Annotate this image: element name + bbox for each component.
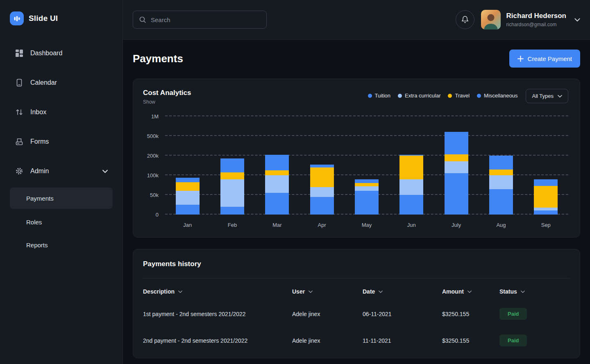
cell-amount: $3250.155 (442, 337, 499, 344)
bar-segment-extra-curricular (445, 161, 468, 173)
legend-item-tuition[interactable]: Tuition (368, 93, 391, 99)
column-header-amount[interactable]: Amount (442, 288, 499, 295)
column-label: Date (363, 288, 375, 295)
cell-user: Adele jinex (292, 311, 363, 317)
bar-group-apr[interactable] (300, 111, 344, 215)
main-column: Richard Hederson richardson@gmail.com Pa… (123, 0, 590, 364)
legend-item-extra-curricular[interactable]: Extra curricular (398, 93, 440, 99)
legend-dot-icon (477, 94, 481, 98)
legend-item-travel[interactable]: Travel (448, 93, 470, 99)
bar-segment-travel (445, 154, 468, 162)
table-header-row: Description User Date (143, 278, 570, 301)
bar-group-feb[interactable] (210, 111, 254, 215)
app-name: Slide UI (29, 14, 58, 23)
sidebar-item-payments[interactable]: Payments (10, 188, 113, 209)
cell-status: Paid (499, 308, 570, 320)
bar-segment-travel (399, 156, 423, 179)
cell-description: 2nd payment - 2nd semesters 2021/2022 (143, 337, 292, 344)
plus-icon (517, 56, 524, 62)
bar-group-may[interactable] (344, 111, 389, 215)
chevron-down-icon (558, 95, 562, 98)
user-profile[interactable]: Richard Hederson richardson@gmail.com (481, 10, 580, 29)
bar-segment-extra-curricular (489, 175, 513, 189)
table-row[interactable]: 1st payment - 2nd semesters 2021/2022 Ad… (143, 301, 570, 327)
legend-item-miscellaneous[interactable]: Miscellaneous (477, 93, 517, 99)
content: Payments Create Payment Cost Analytics S… (123, 40, 590, 364)
column-header-status[interactable]: Status (499, 288, 570, 295)
status-badge: Paid (499, 308, 527, 320)
bar-segment-tuition (220, 207, 244, 215)
column-label: Amount (442, 288, 464, 295)
legend-label: Miscellaneous (484, 93, 517, 99)
sidebar-item-forms[interactable]: Forms (10, 132, 113, 151)
app-logo[interactable]: Slide UI (10, 11, 113, 25)
column-header-user[interactable]: User (292, 288, 363, 295)
bar-segment-miscellaneous (355, 179, 379, 183)
sidebar-item-roles[interactable]: Roles (10, 212, 113, 232)
legend-dot-icon (368, 94, 372, 98)
sidebar-item-label: Dashboard (30, 50, 62, 57)
legend-dot-icon (398, 94, 402, 98)
bar-segment-travel (176, 182, 200, 191)
legend-label: Travel (455, 93, 470, 99)
search-box[interactable] (133, 11, 267, 29)
bar-group-jun[interactable] (389, 111, 434, 215)
bar-segment-miscellaneous (220, 158, 244, 172)
search-input[interactable] (151, 16, 261, 23)
bar-segment-extra-curricular (399, 179, 423, 195)
sidebar-item-inbox[interactable]: Inbox (10, 102, 113, 122)
sidebar-item-admin[interactable]: Admin (10, 161, 113, 181)
sidebar-item-calendar[interactable]: Calendar (10, 73, 113, 93)
chart-bars (165, 111, 568, 215)
x-axis-tick-label: Mar (255, 222, 300, 228)
y-axis: 050k100k200k500k1M (143, 111, 165, 215)
bar-segment-extra-curricular (220, 179, 244, 207)
y-axis-tick-label: 100k (147, 172, 159, 179)
analytics-title-block: Cost Analytics Show (143, 89, 191, 105)
bar-segment-travel (310, 167, 334, 187)
bar-group-sep[interactable] (524, 111, 568, 215)
bar-group-mar[interactable] (255, 111, 300, 215)
x-axis-tick-label: Jun (389, 222, 434, 228)
bar-segment-miscellaneous (534, 179, 558, 186)
legend-label: Tuition (375, 93, 391, 99)
x-axis-tick-label: Aug (479, 222, 523, 228)
cost-analytics-chart: 050k100k200k500k1M (143, 111, 568, 215)
chart-plot (165, 111, 568, 215)
x-axis-tick-label: Sep (524, 222, 568, 228)
bar-group-july[interactable] (434, 111, 479, 215)
payments-history-card: Payments history Description User (133, 249, 580, 358)
dashboard-icon (15, 49, 24, 57)
sort-chevron-icon (467, 290, 472, 293)
bar-segment-tuition (489, 189, 513, 215)
sidebar-item-dashboard[interactable]: Dashboard (10, 43, 113, 63)
payments-table: Description User Date (133, 278, 580, 354)
x-axis-tick-label: May (344, 222, 389, 228)
create-payment-button[interactable]: Create Payment (509, 50, 580, 68)
app-root: Slide UI Dashboard (0, 0, 590, 364)
bar-group-aug[interactable] (479, 111, 523, 215)
user-name: Richard Hederson (506, 12, 566, 20)
bar-segment-miscellaneous (310, 165, 334, 167)
sidebar-item-reports[interactable]: Reports (10, 235, 113, 255)
type-filter-select[interactable]: All Types (526, 89, 568, 103)
notifications-button[interactable] (456, 10, 474, 29)
user-info: Richard Hederson richardson@gmail.com (506, 12, 566, 27)
bar-segment-extra-curricular (355, 186, 379, 191)
inbox-icon (15, 108, 24, 116)
table-row[interactable]: 2nd payment - 2nd semesters 2021/2022 Ad… (143, 327, 570, 354)
x-axis-tick-label: Jan (165, 222, 210, 228)
x-axis-tick-label: Apr (300, 222, 344, 228)
sort-chevron-icon (178, 290, 182, 293)
x-axis: JanFebMarAprMayJunJulyAugSep (165, 222, 568, 228)
cost-analytics-card: Cost Analytics Show Tuition Extra curric… (133, 79, 580, 237)
bar-group-jan[interactable] (165, 111, 210, 215)
cell-user: Adele jinex (292, 337, 363, 344)
bell-icon (461, 16, 469, 24)
column-header-description[interactable]: Description (143, 288, 292, 295)
type-filter-value: All Types (532, 93, 554, 99)
column-header-date[interactable]: Date (363, 288, 442, 295)
bar-segment-travel (355, 183, 379, 186)
chevron-down-icon (102, 170, 108, 173)
chevron-down-icon (574, 18, 580, 22)
